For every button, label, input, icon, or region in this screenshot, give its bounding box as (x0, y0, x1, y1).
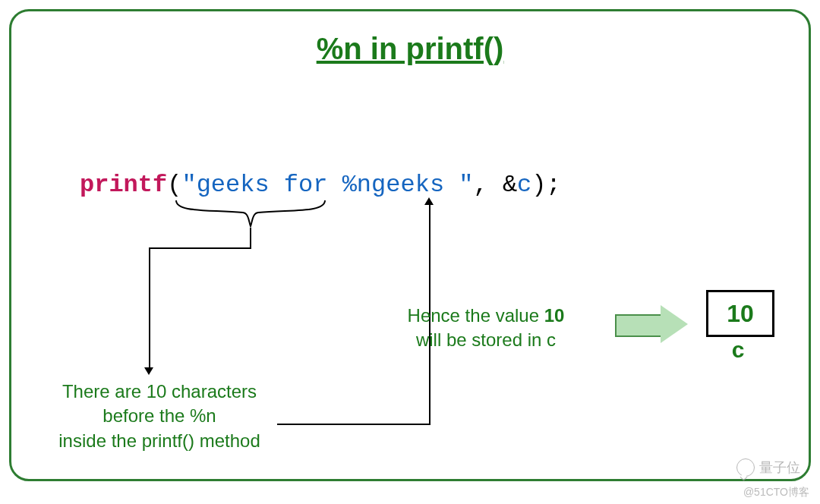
left-arrow-v2 (149, 247, 150, 367)
left-arrow-v1 (250, 228, 251, 247)
note-right-l1a: Hence the value (408, 305, 544, 326)
result-box: 10 (706, 290, 774, 337)
code-fn: printf (80, 171, 167, 199)
result-label: c (706, 337, 770, 363)
brand-text: 量子位 (759, 458, 800, 477)
left-arrow-h (149, 247, 251, 249)
note-left-l2: before the %n (42, 404, 277, 428)
note-left-l3: inside the printf() method (42, 429, 277, 453)
code-amp: & (503, 171, 517, 199)
result-arrow-icon (615, 305, 691, 343)
right-arrow-h1 (277, 424, 429, 425)
brand-watermark: 量子位 (736, 458, 800, 477)
code-open: ( (167, 171, 181, 199)
note-right-l1: Hence the value 10 (380, 304, 592, 328)
code-sep: , (473, 171, 502, 199)
note-right-l2: will be stored in c (380, 328, 592, 352)
code-string: "geeks for %ngeeks " (181, 171, 473, 199)
note-right: Hence the value 10 will be stored in c (380, 304, 592, 353)
left-arrow-head (144, 367, 153, 375)
code-line: printf("geeks for %ngeeks ", &c); (80, 171, 561, 199)
diagram-title: %n in printf() (0, 32, 820, 66)
source-watermark: @51CTO博客 (743, 486, 809, 499)
code-close: ); (531, 171, 560, 199)
code-var: c (517, 171, 531, 199)
wechat-icon (736, 458, 755, 477)
right-arrow-head (424, 197, 434, 205)
note-right-l1b: 10 (544, 305, 565, 326)
note-left-l1: There are 10 characters (42, 380, 277, 404)
note-left: There are 10 characters before the %n in… (42, 380, 277, 453)
result-value: 10 (727, 300, 754, 328)
